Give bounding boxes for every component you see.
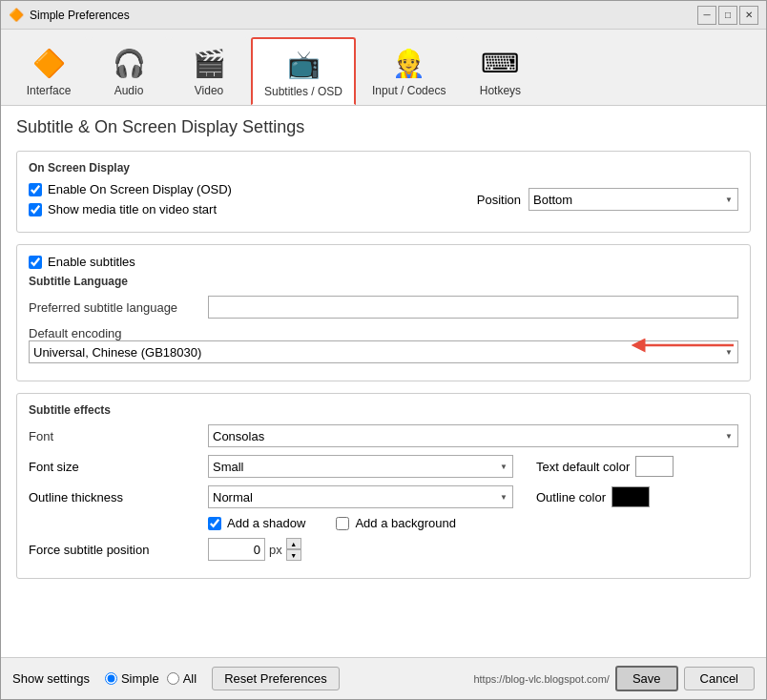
enable-osd-checkbox[interactable] [29,183,42,196]
tab-interface[interactable]: 🔶 Interface [10,37,87,105]
osd-section: On Screen Display Enable On Screen Displ… [16,151,751,233]
radio-group: Simple All [105,671,197,686]
osd-position-line: Enable On Screen Display (OSD) Show medi… [29,182,738,222]
preferred-lang-input[interactable] [208,296,738,319]
simple-radio-label: Simple [121,671,159,686]
url-label: https://blog-vlc.blogspot.com/ [473,673,609,685]
force-position-label: Force subtitle position [29,543,200,557]
all-radio-label: All [183,671,197,686]
position-label: Position [477,193,521,207]
outline-row: Outline thickness Normal Thin Thick None… [29,485,738,508]
audio-label: Audio [114,84,144,97]
title-bar: 🔶 Simple Preferences ─ □ ✕ [1,1,766,30]
tab-hotkeys[interactable]: ⌨ Hotkeys [462,37,538,105]
default-encoding-select-wrapper: Universal, Chinese (GB18030) UTF-8 UTF-1… [29,340,738,363]
spinner-down-button[interactable]: ▼ [286,549,301,561]
font-label: Font [29,429,200,443]
simple-radio-option: Simple [105,671,159,686]
default-encoding-label: Default encoding [29,326,122,340]
force-position-row: Force subtitle position px ▲ ▼ [29,538,738,561]
save-button[interactable]: Save [615,666,678,691]
show-settings-label: Show settings [12,671,90,686]
spinner-buttons: ▲ ▼ [286,538,301,561]
hotkeys-label: Hotkeys [480,84,521,97]
tab-input[interactable]: 👷 Input / Codecs [360,37,458,105]
default-encoding-row: Default encoding Universal, Chinese (GB1… [29,326,738,363]
outline-color-group: Outline color [536,486,650,507]
tab-audio[interactable]: 🎧 Audio [91,37,167,105]
preferred-lang-label: Preferred subtitle language [29,300,200,315]
position-select-wrapper: Bottom Top Left Right [529,188,738,211]
tab-video[interactable]: 🎬 Video [171,37,247,105]
main-content: Subtitle & On Screen Display Settings On… [1,106,766,657]
add-shadow-row: Add a shadow [208,516,305,530]
outline-color-swatch[interactable] [612,486,650,507]
interface-label: Interface [27,84,72,97]
enable-subtitles-checkbox[interactable] [29,256,42,269]
simple-radio[interactable] [105,672,117,685]
subtitles-section: Enable subtitles Subtitle Language Prefe… [16,244,751,381]
subtitles-icon: 📺 [284,45,322,83]
enable-osd-row: Enable On Screen Display (OSD) [29,182,232,196]
show-media-title-checkbox[interactable] [29,203,42,216]
add-shadow-label: Add a shadow [227,516,305,530]
bottom-right: https://blog-vlc.blogspot.com/ Save Canc… [473,666,755,691]
font-size-row: Font size Small Normal Large Text defaul… [29,455,738,478]
tab-subtitles[interactable]: 📺 Subtitles / OSD [251,37,356,105]
input-label: Input / Codecs [372,84,446,97]
add-background-checkbox[interactable] [336,517,349,530]
show-media-title-label: Show media title on video start [48,202,217,216]
font-size-select-wrapper: Small Normal Large [208,455,513,478]
bottom-left: Show settings Simple All Reset Preferenc… [12,667,340,690]
outline-thickness-select[interactable]: Normal Thin Thick None [208,485,513,508]
close-button[interactable]: ✕ [739,6,758,25]
reset-preferences-button[interactable]: Reset Preferences [212,667,340,690]
spinner-up-button[interactable]: ▲ [286,538,301,549]
app-icon: 🔶 [9,8,24,23]
font-size-label: Font size [29,460,200,474]
all-radio-option: All [167,671,197,686]
nav-tabs: 🔶 Interface 🎧 Audio 🎬 Video 📺 Subtitles … [1,30,766,106]
audio-icon: 🎧 [110,44,148,82]
enable-subtitles-row: Enable subtitles [29,255,738,269]
all-radio[interactable] [167,672,179,685]
bottom-bar: Show settings Simple All Reset Preferenc… [1,657,766,699]
minimize-button[interactable]: ─ [697,6,716,25]
outline-thickness-label: Outline thickness [29,490,200,504]
font-size-select[interactable]: Small Normal Large [208,455,513,478]
add-shadow-checkbox[interactable] [208,517,221,530]
font-select[interactable]: Consolas Arial Times New Roman Courier N… [208,424,738,447]
osd-checkboxes: Enable On Screen Display (OSD) Show medi… [29,182,232,222]
px-label: px [269,543,282,557]
video-icon: 🎬 [190,44,228,82]
preferred-lang-row: Preferred subtitle language [29,296,738,319]
text-color-label: Text default color [536,460,630,474]
enable-subtitles-label: Enable subtitles [48,255,135,269]
input-icon: 👷 [390,44,428,82]
effects-label: Subtitle effects [29,403,738,417]
font-row: Font Consolas Arial Times New Roman Cour… [29,424,738,447]
osd-section-label: On Screen Display [29,161,738,175]
default-encoding-select[interactable]: Universal, Chinese (GB18030) UTF-8 UTF-1… [29,340,738,363]
text-color-swatch[interactable] [635,456,674,477]
subtitle-language-label: Subtitle Language [29,275,738,288]
maximize-button[interactable]: □ [718,6,737,25]
force-position-input[interactable] [208,538,265,561]
video-label: Video [195,84,223,97]
subtitles-label: Subtitles / OSD [264,85,342,98]
position-select[interactable]: Bottom Top Left Right [529,188,738,211]
effects-section: Subtitle effects Font Consolas Arial Tim… [16,393,751,579]
main-window: 🔶 Simple Preferences ─ □ ✕ 🔶 Interface 🎧… [0,0,767,700]
cancel-button[interactable]: Cancel [684,667,755,690]
font-select-wrapper: Consolas Arial Times New Roman Courier N… [208,424,738,447]
window-title: Simple Preferences [30,9,130,22]
title-bar-left: 🔶 Simple Preferences [9,8,130,23]
hotkeys-icon: ⌨ [481,44,519,82]
page-title: Subtitle & On Screen Display Settings [16,117,751,137]
show-media-title-row: Show media title on video start [29,202,232,216]
force-position-input-group: px ▲ ▼ [208,538,301,561]
window-controls: ─ □ ✕ [697,6,758,25]
add-background-label: Add a background [355,516,456,530]
text-color-group: Text default color [536,456,674,477]
enable-osd-label: Enable On Screen Display (OSD) [48,182,232,196]
